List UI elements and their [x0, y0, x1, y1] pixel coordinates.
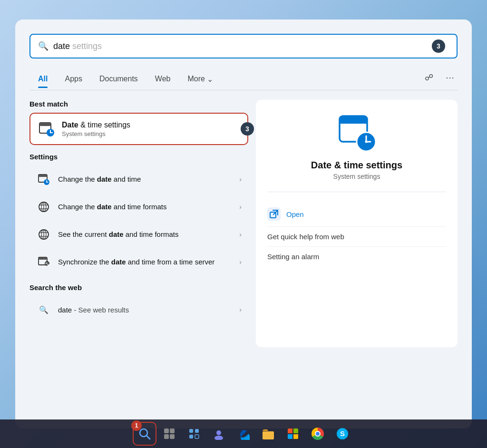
open-external-icon [267, 207, 281, 221]
svg-text:S: S [340, 429, 345, 438]
right-panel: Date & time settings System settings Ope… [256, 100, 458, 347]
search-ghost-text: settings [70, 41, 102, 51]
settings-item-change-date-time[interactable]: Change the date and time › [29, 166, 248, 193]
settings-item-3-text: See the current date and time formats [58, 230, 239, 239]
settings-item-4-text: Synchronize the date and time from a tim… [58, 257, 239, 267]
svg-rect-38 [195, 429, 199, 433]
svg-rect-37 [189, 429, 193, 433]
svg-point-41 [216, 430, 221, 435]
widgets-icon [188, 428, 200, 439]
step-2-badge: 3 [432, 39, 445, 53]
search-bar[interactable]: 🔍 date settings 3 [29, 34, 458, 58]
taskbar-taskview[interactable] [159, 423, 180, 444]
svg-rect-1 [39, 123, 51, 126]
tab-apps[interactable]: Apps [56, 72, 90, 88]
app-icon-large [338, 113, 376, 151]
taskbar: 1 [0, 419, 487, 448]
nav-tabs: All Apps Documents Web More ⌄ ☍ ⋯ [29, 70, 458, 90]
taskbar-edge[interactable] [233, 423, 254, 444]
change-formats-icon [36, 199, 51, 214]
svg-rect-43 [263, 431, 274, 439]
panel-divider [267, 192, 446, 192]
taskbar-widgets[interactable] [184, 423, 205, 444]
svg-rect-40 [195, 435, 199, 438]
best-match-subtitle: System settings [62, 130, 240, 137]
taskbar-search[interactable]: 1 [134, 423, 155, 444]
settings-item-see-current-formats[interactable]: See the current date and time formats › [29, 221, 248, 248]
search-icon: 🔍 [38, 41, 49, 51]
search-input[interactable]: date settings [53, 41, 432, 51]
tab-all[interactable]: All [29, 72, 56, 88]
left-panel: Best match Date & time settings Sys [29, 100, 248, 347]
setting-alarm-text: Setting an alarm [267, 253, 319, 261]
settings-section-label: Settings [29, 153, 248, 161]
search-typed-text: date [53, 41, 70, 51]
taskbar-skype[interactable]: S [332, 423, 353, 444]
svg-rect-39 [189, 435, 193, 438]
right-panel-title: Date & time settings [311, 160, 402, 171]
settings-section: Settings Change the date and time [29, 153, 248, 276]
tab-documents[interactable]: Documents [91, 72, 146, 88]
chevron-right-icon-web: › [239, 306, 242, 313]
web-search-icon: 🔍 [36, 302, 51, 317]
svg-rect-21 [39, 257, 47, 260]
right-panel-actions: Open Get quick help from web Setting an … [267, 202, 446, 266]
svg-point-28 [365, 141, 368, 143]
web-search-text: date - See web results [58, 306, 239, 314]
share-icon[interactable]: ☍ [421, 70, 437, 85]
settings-item-1-text: Change the date and time [58, 175, 239, 184]
svg-rect-6 [39, 175, 47, 177]
web-section: Search the web 🔍 date - See web results … [29, 283, 248, 323]
best-match-label: Best match [29, 100, 248, 108]
svg-rect-34 [170, 429, 175, 433]
chevron-right-icon-4: › [239, 258, 242, 266]
open-link[interactable]: Open [286, 210, 304, 218]
chrome-icon [312, 428, 324, 440]
search-window: 🔍 date settings 3 All Apps Documents Web… [15, 19, 472, 429]
files-icon [262, 428, 274, 440]
right-panel-subtitle: System settings [333, 173, 380, 180]
taskbar-files[interactable] [258, 423, 279, 444]
see-formats-icon [36, 227, 51, 242]
svg-rect-24 [340, 122, 367, 124]
taskbar-windows[interactable] [282, 423, 303, 444]
svg-rect-33 [164, 429, 169, 433]
step-1-badge: 1 [131, 420, 142, 431]
taskbar-chat[interactable] [208, 423, 229, 444]
more-options-icon[interactable]: ⋯ [442, 70, 458, 85]
svg-rect-35 [164, 434, 169, 439]
taskview-icon [164, 428, 175, 439]
windows-icon [288, 429, 298, 439]
taskbar-chrome[interactable] [307, 423, 328, 444]
web-search-item[interactable]: 🔍 date - See web results › [29, 296, 248, 323]
settings-item-2-text: Change the date and time formats [58, 202, 239, 212]
settings-item-change-date-formats[interactable]: Change the date and time formats › [29, 193, 248, 221]
change-date-time-icon [36, 172, 51, 187]
main-content: Best match Date & time settings Sys [29, 100, 458, 347]
nav-action-icons: ☍ ⋯ [421, 70, 458, 90]
chat-icon [213, 428, 225, 440]
settings-item-synchronize[interactable]: Synchronize the date and time from a tim… [29, 248, 248, 276]
tab-web[interactable]: Web [146, 72, 179, 88]
svg-rect-36 [170, 434, 175, 439]
action-open[interactable]: Open [267, 202, 446, 227]
best-match-title: Date & time settings [62, 121, 240, 129]
date-time-settings-icon [38, 120, 55, 137]
tab-more[interactable]: More ⌄ [179, 72, 221, 88]
action-quick-help[interactable]: Get quick help from web [267, 227, 446, 247]
chevron-down-icon: ⌄ [207, 75, 213, 84]
svg-point-42 [214, 436, 223, 440]
chevron-right-icon-1: › [239, 175, 242, 183]
edge-icon [237, 428, 250, 440]
quick-help-text: Get quick help from web [267, 233, 344, 241]
web-section-label: Search the web [29, 283, 248, 292]
synchronize-icon [36, 254, 51, 270]
step-3-badge: 3 [241, 122, 254, 136]
chrome-center [315, 431, 321, 437]
chevron-right-icon-3: › [239, 231, 242, 238]
skype-icon: S [336, 428, 349, 440]
best-match-card[interactable]: Date & time settings System settings 3 [29, 113, 248, 145]
action-setting-alarm[interactable]: Setting an alarm [267, 247, 446, 266]
chevron-right-icon-2: › [239, 203, 242, 211]
best-match-card-text: Date & time settings System settings [62, 121, 240, 137]
